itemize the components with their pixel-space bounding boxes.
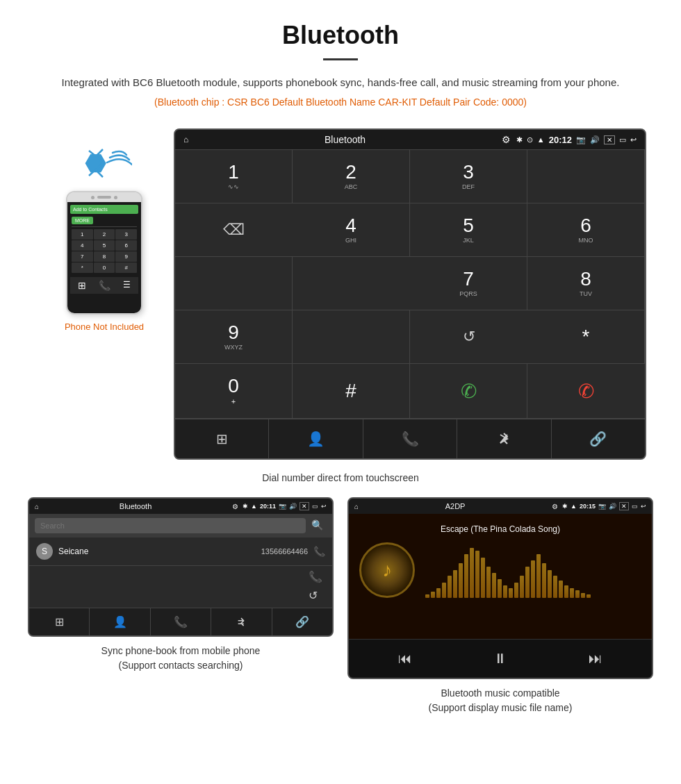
pb-link-btn[interactable]: 🔗: [272, 608, 332, 635]
bottom-bt-btn[interactable]: [457, 419, 551, 458]
music-home-icon[interactable]: ⌂: [354, 503, 359, 510]
bt-status-icon: ✱: [516, 135, 523, 144]
contact-phone: 13566664466: [261, 547, 308, 556]
pb-home-icon[interactable]: ⌂: [35, 503, 39, 510]
pb-camera[interactable]: 📷: [279, 503, 286, 510]
pb-volume[interactable]: 🔊: [289, 503, 297, 510]
pb-phone-btn[interactable]: 📞: [151, 608, 211, 635]
dial-key-6[interactable]: 6 MNO: [527, 203, 645, 257]
pb-person-btn[interactable]: 👤: [90, 608, 150, 635]
bottom-screenshots: ⌂ Bluetooth ⚙ ✱ ▲ 20:11 📷 🔊 ✕ ▭ ↩ 🔍: [0, 497, 681, 736]
dial-key-hash[interactable]: #: [293, 364, 410, 419]
home-icon[interactable]: ⌂: [183, 135, 188, 144]
music-screen-title: A2DP: [363, 502, 548, 510]
camera-icon[interactable]: 📷: [576, 135, 586, 144]
dial-key-1[interactable]: 1 ∿∿: [175, 150, 293, 203]
pb-window[interactable]: ▭: [312, 503, 318, 510]
tech-info: (Bluetooth chip : CSR BC6 Default Blueto…: [42, 97, 639, 108]
pb-status-bar: ⌂ Bluetooth ⚙ ✱ ▲ 20:11 📷 🔊 ✕ ▭ ↩: [29, 499, 332, 514]
description: Integrated with BC6 Bluetooth module, su…: [42, 74, 639, 91]
dial-key-5[interactable]: 5 JKL: [410, 203, 527, 257]
music-signal: ▲: [571, 503, 577, 510]
phonebook-screen: ⌂ Bluetooth ⚙ ✱ ▲ 20:11 📷 🔊 ✕ ▭ ↩ 🔍: [28, 497, 334, 637]
pb-time: 20:11: [260, 503, 276, 510]
music-main: Escape (The Pina Colada Song) ♪: [349, 514, 652, 639]
play-pause-btn[interactable]: ⏸: [488, 648, 513, 669]
page-title: Bluetooth: [42, 21, 639, 50]
car-status-bar: ⌂ Bluetooth ⚙ ✱ ⊙ ▲ 20:12 📷 🔊 ✕ ▭ ↩: [175, 130, 645, 149]
phone-mockup: Add to Contacts MORE 1 2 3 4 5 6 7 8 9: [66, 191, 142, 315]
dial-reload[interactable]: ↺: [410, 310, 527, 364]
music-back[interactable]: ↩: [641, 503, 646, 510]
music-screen: ⌂ A2DP ⚙ ✱ ▲ 20:15 📷 🔊 ✕ ▭ ↩ Escape (The…: [347, 497, 653, 679]
pb-grid-btn[interactable]: ⊞: [29, 608, 90, 635]
pb-caption: Sync phone-book from mobile phone (Suppo…: [28, 644, 334, 673]
music-usb-icon: ⚙: [552, 503, 558, 510]
status-time: 20:12: [549, 135, 572, 145]
signal-icon: ▲: [537, 135, 545, 144]
music-content-row: ♪: [359, 542, 641, 598]
main-screenshot-area: ⬣ Add to Contacts: [0, 128, 681, 460]
dialpad-bottom-bar: ⊞ 👤 📞 🔗: [175, 419, 645, 458]
dial-call-red[interactable]: ✆: [527, 364, 645, 419]
dial-empty-4: [293, 310, 410, 364]
phone-not-included-label: Phone Not Included: [65, 322, 144, 332]
location-icon: ⊙: [527, 135, 533, 144]
music-window[interactable]: ▭: [632, 503, 638, 510]
dial-key-3[interactable]: 3 DEF: [410, 150, 527, 203]
title-divider: [323, 58, 358, 60]
pb-back[interactable]: ↩: [321, 503, 327, 510]
music-visualizer: [425, 542, 641, 598]
music-camera[interactable]: 📷: [598, 503, 606, 510]
dial-key-8[interactable]: 8 TUV: [527, 257, 645, 310]
song-title: Escape (The Pina Colada Song): [441, 524, 560, 534]
music-controls: ⏮ ⏸ ⏭: [349, 639, 652, 678]
pb-signal: ▲: [251, 503, 257, 510]
dial-key-star[interactable]: *: [527, 310, 645, 364]
pb-close[interactable]: ✕: [300, 502, 309, 510]
screen-title: Bluetooth: [194, 134, 496, 145]
bottom-grid-btn[interactable]: ⊞: [175, 419, 269, 458]
bluetooth-signal-icon: ⬣: [76, 142, 132, 184]
music-time: 20:15: [580, 503, 596, 510]
dial-key-7[interactable]: 7 PQRS: [410, 257, 527, 310]
dial-empty-1: [527, 150, 645, 203]
phone-illustration: ⬣ Add to Contacts: [35, 128, 174, 332]
dial-key-0[interactable]: 0 +: [175, 364, 293, 419]
page-header: Bluetooth Integrated with BC6 Bluetooth …: [0, 0, 681, 128]
pb-side-reload-icon[interactable]: ↺: [309, 589, 322, 602]
dial-key-4[interactable]: 4 GHI: [293, 203, 410, 257]
next-btn[interactable]: ⏭: [583, 648, 608, 669]
dial-call-green[interactable]: ✆: [410, 364, 527, 419]
pb-row-phone-icon[interactable]: 📞: [313, 546, 325, 557]
pb-side-phone-icon[interactable]: 📞: [309, 570, 322, 583]
bottom-person-btn[interactable]: 👤: [269, 419, 363, 458]
close-icon[interactable]: ✕: [604, 135, 615, 144]
window-icon[interactable]: ▭: [619, 135, 626, 144]
dial-key-2[interactable]: 2 ABC: [293, 150, 410, 203]
prev-btn[interactable]: ⏮: [393, 648, 418, 669]
music-note-icon: ♪: [382, 559, 392, 581]
music-volume[interactable]: 🔊: [609, 503, 616, 510]
search-icon[interactable]: 🔍: [311, 519, 323, 531]
bottom-link-btn[interactable]: 🔗: [552, 419, 645, 458]
album-art: ♪: [359, 542, 415, 598]
pb-bt-btn[interactable]: [211, 608, 272, 635]
volume-icon[interactable]: 🔊: [590, 135, 600, 144]
bottom-phone-btn[interactable]: 📞: [363, 419, 457, 458]
dial-empty-3: [293, 257, 410, 310]
contact-avatar: S: [36, 543, 53, 560]
music-caption: Bluetooth music compatible (Support disp…: [347, 686, 653, 715]
car-dialpad-screen: ⌂ Bluetooth ⚙ ✱ ⊙ ▲ 20:12 📷 🔊 ✕ ▭ ↩ 1 ∿∿: [174, 128, 646, 460]
music-item: ⌂ A2DP ⚙ ✱ ▲ 20:15 📷 🔊 ✕ ▭ ↩ Escape (The…: [347, 497, 653, 715]
search-input[interactable]: [35, 518, 306, 533]
dial-key-9[interactable]: 9 WXYZ: [175, 310, 293, 364]
dial-backspace[interactable]: ⌫: [175, 203, 293, 257]
music-close[interactable]: ✕: [619, 502, 629, 510]
contact-row[interactable]: S Seicane 13566664466 📞: [29, 537, 332, 566]
music-status-bar: ⌂ A2DP ⚙ ✱ ▲ 20:15 📷 🔊 ✕ ▭ ↩: [349, 499, 652, 514]
music-bt-icon: ✱: [562, 503, 568, 510]
pb-screen-title: Bluetooth: [43, 502, 228, 510]
pb-usb-icon: ⚙: [232, 503, 238, 510]
back-icon[interactable]: ↩: [630, 135, 637, 144]
